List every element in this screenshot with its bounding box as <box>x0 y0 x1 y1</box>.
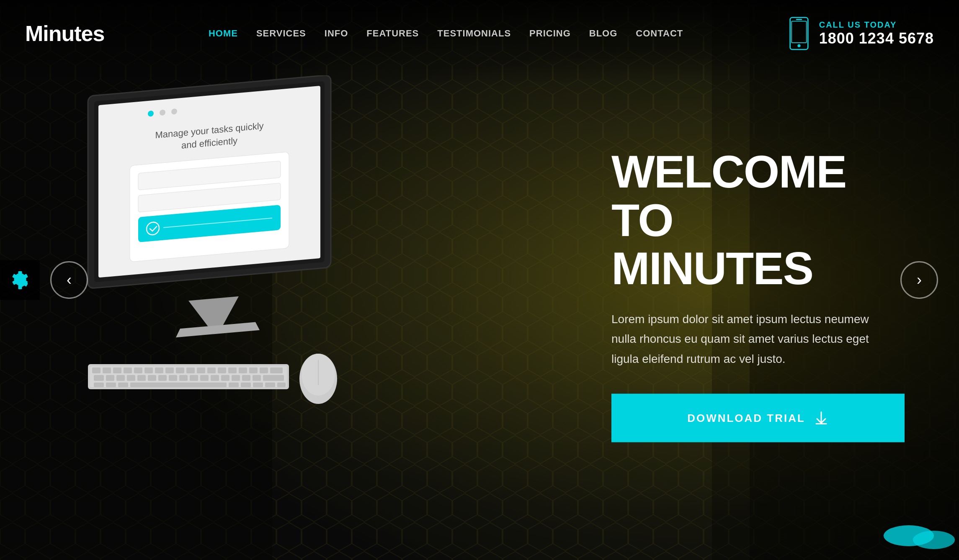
svg-rect-47 <box>137 375 146 381</box>
prev-slide-button[interactable]: ‹ <box>50 261 88 299</box>
nav-item-features[interactable]: FEATURES <box>366 28 419 39</box>
nav-item-testimonials[interactable]: TESTIMONIALS <box>437 28 511 39</box>
svg-rect-58 <box>253 375 261 381</box>
svg-rect-43 <box>94 375 104 381</box>
svg-rect-25 <box>92 367 101 373</box>
svg-rect-62 <box>118 383 128 387</box>
svg-rect-42 <box>270 367 283 373</box>
nav-item-contact[interactable]: CONTACT <box>636 28 683 39</box>
svg-rect-50 <box>169 375 177 381</box>
hero-description: Lorem ipsum dolor sit amet ipsum lectus … <box>611 309 871 369</box>
svg-rect-44 <box>106 375 114 381</box>
gear-icon <box>10 270 30 290</box>
svg-rect-32 <box>165 367 174 373</box>
svg-rect-67 <box>265 383 275 387</box>
monitor-graphic: Manage your tasks quickly and efficientl… <box>38 75 373 452</box>
svg-rect-48 <box>148 375 156 381</box>
svg-rect-54 <box>211 375 219 381</box>
header: Minutes HOMESERVICESINFOFEATURESTESTIMON… <box>0 0 959 67</box>
download-button-label: DOWNLOAD TRIAL <box>687 411 805 424</box>
svg-rect-68 <box>277 383 286 387</box>
svg-rect-59 <box>263 375 284 381</box>
svg-rect-61 <box>106 383 116 387</box>
svg-rect-63 <box>130 383 227 387</box>
svg-rect-36 <box>207 367 216 373</box>
logo: Minutes <box>25 21 104 46</box>
svg-rect-8 <box>796 19 802 20</box>
phone-section: CALL US TODAY 1800 1234 5678 <box>787 17 934 50</box>
svg-rect-28 <box>124 367 132 373</box>
prev-arrow-icon: ‹ <box>67 271 72 289</box>
svg-rect-29 <box>134 367 142 373</box>
hero-title: WELCOME TO MINUTES <box>611 147 905 292</box>
nav-item-blog[interactable]: BLOG <box>589 28 618 39</box>
svg-rect-26 <box>103 367 111 373</box>
phone-icon <box>787 17 811 50</box>
svg-rect-38 <box>228 367 237 373</box>
svg-rect-52 <box>190 375 198 381</box>
next-arrow-icon: › <box>917 271 922 289</box>
svg-rect-40 <box>249 367 258 373</box>
svg-rect-31 <box>155 367 163 373</box>
hero-title-line1: WELCOME TO <box>611 146 846 245</box>
phone-number: 1800 1234 5678 <box>819 30 934 47</box>
settings-button[interactable] <box>0 260 40 300</box>
svg-rect-64 <box>229 383 239 387</box>
svg-rect-39 <box>239 367 247 373</box>
svg-rect-30 <box>144 367 153 373</box>
svg-point-75 <box>913 531 955 549</box>
svg-rect-55 <box>221 375 229 381</box>
svg-rect-41 <box>260 367 268 373</box>
nav-item-pricing[interactable]: PRICING <box>529 28 571 39</box>
next-slide-button[interactable]: › <box>900 261 938 299</box>
hero-section: Minutes HOMESERVICESINFOFEATURESTESTIMON… <box>0 0 959 560</box>
download-icon <box>814 411 829 426</box>
monitor-area: Manage your tasks quickly and efficientl… <box>38 75 373 452</box>
svg-rect-65 <box>241 383 251 387</box>
svg-rect-34 <box>186 367 195 373</box>
svg-rect-49 <box>158 375 167 381</box>
svg-rect-57 <box>242 375 250 381</box>
svg-rect-66 <box>253 383 263 387</box>
svg-rect-60 <box>94 383 104 387</box>
nav-item-services[interactable]: SERVICES <box>256 28 306 39</box>
download-trial-button[interactable]: DOWNLOAD TRIAL <box>611 394 905 442</box>
phone-text-block: CALL US TODAY 1800 1234 5678 <box>819 20 934 47</box>
svg-rect-27 <box>113 367 121 373</box>
nav-item-home[interactable]: HOME <box>209 28 238 39</box>
svg-point-7 <box>797 44 800 47</box>
svg-rect-45 <box>116 375 125 381</box>
svg-rect-56 <box>232 375 240 381</box>
nav-item-info[interactable]: INFO <box>325 28 348 39</box>
svg-rect-37 <box>218 367 226 373</box>
call-label: CALL US TODAY <box>819 20 934 30</box>
main-nav: HOMESERVICESINFOFEATURESTESTIMONIALSPRIC… <box>209 28 683 39</box>
svg-rect-53 <box>200 375 209 381</box>
hero-title-line2: MINUTES <box>611 242 813 294</box>
svg-rect-51 <box>179 375 188 381</box>
svg-rect-35 <box>197 367 205 373</box>
hero-content: WELCOME TO MINUTES Lorem ipsum dolor sit… <box>611 147 905 442</box>
svg-rect-6 <box>791 21 807 43</box>
svg-rect-33 <box>176 367 184 373</box>
svg-rect-46 <box>127 375 135 381</box>
